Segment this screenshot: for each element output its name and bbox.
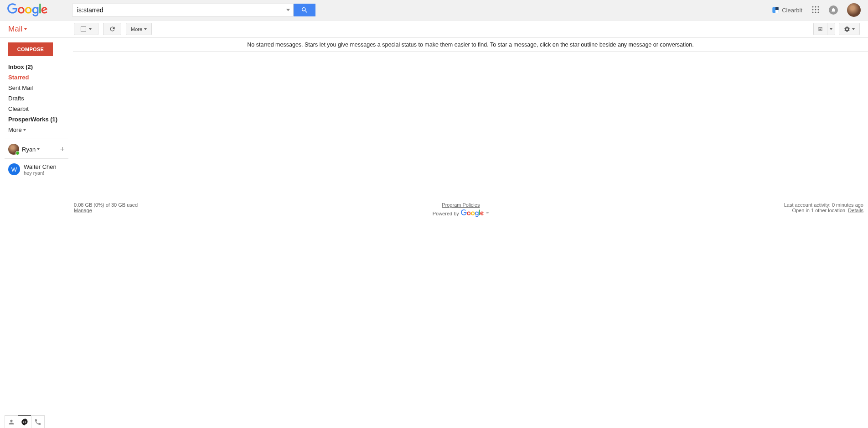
caret-down-icon [37,148,40,150]
nav-sent[interactable]: Sent Mail [0,83,73,93]
google-icon [461,209,484,217]
apps-icon[interactable] [811,5,820,15]
svg-point-10 [815,11,816,13]
contacts-tab[interactable] [5,415,18,428]
settings-button[interactable] [839,23,860,35]
search-bar [72,4,315,16]
notifications-icon[interactable] [829,5,838,15]
more-label: More [131,26,142,32]
open-in-text: Open in 1 other location [792,208,845,213]
header-right: Clearbit [772,3,861,17]
mail-label-text: Mail [8,25,22,34]
svg-rect-15 [820,28,821,29]
toolbar: More [73,23,152,35]
activity-text: Last account activity: 0 minutes ago [784,202,863,208]
hangouts-tab[interactable] [18,415,31,428]
caret-down-icon [23,129,26,131]
svg-point-6 [812,9,814,10]
caret-down-icon [24,28,27,30]
svg-rect-18 [819,29,822,30]
svg-rect-16 [821,28,822,29]
svg-rect-17 [822,28,822,29]
contact-name: Walter Chen [24,163,57,170]
select-all-button[interactable] [74,23,98,35]
divider [5,158,68,159]
svg-point-3 [812,6,814,7]
svg-point-8 [818,9,819,10]
search-icon [301,6,308,14]
svg-point-11 [818,11,819,13]
hangouts-icon [21,418,28,426]
chat-contact[interactable]: W Walter Chen hey ryan! [5,162,68,177]
online-dot-icon [16,151,20,155]
clearbit-icon [772,6,779,14]
search-input[interactable] [72,4,294,16]
caret-down-icon [852,28,855,30]
refresh-icon [109,26,116,32]
add-contact-button[interactable]: + [60,145,65,153]
self-avatar [8,144,19,155]
keyboard-icon [818,26,822,31]
svg-point-7 [815,9,816,10]
nav-starred[interactable]: Starred [0,72,73,83]
layout: COMPOSE Inbox (2) Starred Sent Mail Draf… [0,38,868,428]
svg-rect-13 [819,28,819,29]
refresh-button[interactable] [103,23,121,35]
input-tools-caret[interactable] [827,23,835,35]
clearbit-label: Clearbit [782,7,802,14]
chat-self[interactable]: Ryan + [5,143,68,156]
phone-tab[interactable] [31,415,45,428]
sidebar-footer-tabs [5,415,44,428]
tm-mark: ™ [486,211,489,215]
storage-text: 0.08 GB (0%) of 30 GB used [74,202,138,208]
svg-point-4 [815,6,816,7]
svg-point-5 [818,6,819,7]
google-logo[interactable] [7,3,71,17]
chat-self-name: Ryan [22,146,36,153]
toolbar-right [813,23,868,35]
chat-section: Ryan + W Walter Chen hey ryan! [5,139,68,177]
svg-rect-1 [775,7,779,10]
policies-link[interactable]: Program Policies [442,202,480,208]
caret-down-icon [144,28,147,30]
nav-more[interactable]: More [0,125,73,135]
nav-drafts[interactable]: Drafts [0,93,73,104]
mail-dropdown[interactable]: Mail [0,25,73,34]
sidebar: COMPOSE Inbox (2) Starred Sent Mail Draf… [0,38,73,428]
more-button[interactable]: More [126,23,152,35]
nav-clearbit[interactable]: Clearbit [0,104,73,114]
clearbit-link[interactable]: Clearbit [772,6,802,14]
footer: 0.08 GB (0%) of 30 GB used Manage Progra… [73,198,868,217]
details-link[interactable]: Details [848,208,863,213]
checkbox-icon [81,26,86,32]
search-options-caret[interactable] [286,9,290,11]
svg-point-9 [812,11,814,13]
header: Clearbit [0,0,868,21]
input-tools-button[interactable] [813,23,827,35]
nav-inbox[interactable]: Inbox (2) [0,62,73,72]
contact-message: hey ryan! [24,170,57,176]
svg-rect-2 [775,10,779,13]
caret-down-icon [89,28,92,30]
input-tools-split [813,23,835,35]
footer-activity: Last account activity: 0 minutes ago Ope… [784,202,863,217]
phone-icon [34,418,41,426]
empty-state-message: No starred messages. Stars let you give … [73,38,868,52]
main: No starred messages. Stars let you give … [73,38,868,428]
gear-icon [844,26,850,33]
toolbar-row: Mail More [0,21,868,38]
powered-by-text: Powered by [433,211,459,216]
nav-more-label: More [8,126,22,133]
svg-rect-12 [818,28,822,31]
footer-storage: 0.08 GB (0%) of 30 GB used Manage [74,202,138,217]
person-icon [8,418,15,426]
svg-rect-14 [820,28,820,29]
manage-link[interactable]: Manage [74,208,92,213]
nav-prosperworks[interactable]: ProsperWorks (1) [0,114,73,125]
contact-avatar: W [8,163,20,175]
search-button[interactable] [294,4,315,16]
compose-button[interactable]: COMPOSE [8,42,53,56]
nav-list: Inbox (2) Starred Sent Mail Drafts Clear… [0,62,73,135]
account-avatar[interactable] [847,3,861,17]
caret-down-icon [830,28,832,30]
